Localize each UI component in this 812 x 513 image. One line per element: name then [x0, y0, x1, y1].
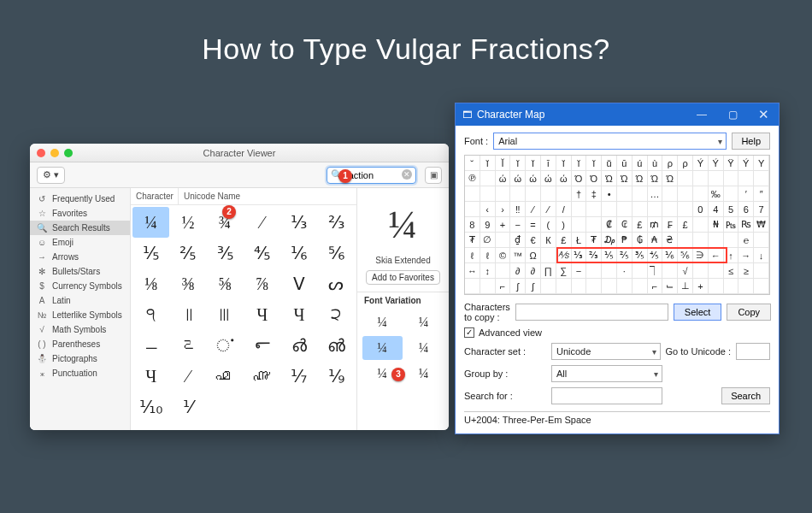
maximize-button[interactable]: ▢	[717, 103, 748, 126]
sidebar-item[interactable]: ↺Frequently Used	[30, 192, 130, 206]
win-char-cell[interactable]	[541, 248, 556, 263]
win-char-cell[interactable]: ℓ	[480, 248, 496, 263]
search-for-input[interactable]	[551, 387, 662, 404]
win-char-cell[interactable]	[648, 202, 663, 217]
win-char-cell[interactable]	[662, 186, 678, 202]
win-char-cell[interactable]: £	[678, 217, 693, 233]
variation-cell[interactable]: ¼	[404, 336, 444, 360]
win-char-cell[interactable]	[541, 186, 556, 202]
char-cell[interactable]: ⅝	[207, 268, 244, 299]
char-cell[interactable]: ⁄	[244, 207, 280, 238]
sidebar-item[interactable]: √Math Symbols	[30, 322, 130, 337]
win-char-cell[interactable]: ‹	[480, 202, 496, 217]
win-char-cell[interactable]: ₮	[465, 233, 480, 248]
win-char-cell[interactable]: ⅗	[633, 248, 648, 263]
win-char-cell[interactable]	[633, 263, 648, 279]
win-char-cell[interactable]	[678, 202, 693, 217]
char-cell[interactable]: ⅒	[132, 392, 169, 422]
win-char-cell[interactable]: ∏	[541, 263, 556, 279]
win-char-cell[interactable]: ∫	[510, 279, 526, 294]
win-char-cell[interactable]	[754, 279, 769, 294]
win-char-cell[interactable]: /	[556, 202, 572, 217]
win-char-cell[interactable]	[724, 186, 739, 202]
char-cell[interactable]	[244, 392, 280, 422]
win-char-cell[interactable]: ώ	[541, 171, 556, 186]
win-character-grid[interactable]: ˘ĭĬĭĭīĭĭĭŭūúùρρÝÝŸÝY℗ώώώώώΌΌΏΏΏΏΏ†‡•…‰′″…	[464, 155, 770, 295]
win-char-cell[interactable]	[465, 186, 480, 202]
win-char-cell[interactable]: =	[526, 217, 541, 233]
char-cell[interactable]: ⅑	[318, 361, 355, 392]
char-cell[interactable]: Ⅴ	[280, 268, 317, 299]
win-char-cell[interactable]: Ł	[572, 233, 587, 248]
win-char-cell[interactable]: ⅖	[617, 248, 633, 263]
char-cell[interactable]: ൶	[207, 361, 244, 392]
win-char-cell[interactable]: ₧	[724, 217, 739, 233]
win-char-cell[interactable]	[693, 217, 709, 233]
win-char-cell[interactable]: 7	[754, 202, 769, 217]
advanced-view-checkbox[interactable]: ✓	[464, 327, 474, 338]
win-char-cell[interactable]: ‼	[510, 202, 526, 217]
win-char-cell[interactable]	[678, 233, 693, 248]
win-char-cell[interactable]: ₲	[633, 233, 648, 248]
char-cell[interactable]: ౽	[169, 330, 206, 361]
win-char-cell[interactable]	[556, 279, 572, 294]
char-cell[interactable]: ⅗	[207, 238, 244, 268]
win-char-cell[interactable]: 6	[738, 202, 754, 217]
win-char-cell[interactable]	[617, 202, 633, 217]
char-cell[interactable]: ⁄	[169, 361, 206, 392]
win-char-cell[interactable]: Ό	[586, 171, 602, 186]
win-char-cell[interactable]: ™	[510, 248, 526, 263]
win-char-cell[interactable]: 0	[693, 202, 709, 217]
win-char-cell[interactable]	[754, 263, 769, 279]
win-char-cell[interactable]	[480, 279, 496, 294]
win-char-cell[interactable]: К	[541, 233, 556, 248]
win-char-cell[interactable]	[586, 279, 602, 294]
win-char-cell[interactable]: ū	[617, 156, 633, 171]
char-cell[interactable]: ¼	[132, 207, 169, 238]
win-char-cell[interactable]	[678, 186, 693, 202]
char-cell[interactable]: ⅚	[318, 238, 355, 268]
win-char-cell[interactable]: ù	[648, 156, 663, 171]
win-char-cell[interactable]	[662, 263, 678, 279]
win-char-cell[interactable]: Ÿ	[724, 156, 739, 171]
win-char-cell[interactable]	[526, 186, 541, 202]
minimize-button[interactable]: —	[686, 103, 717, 126]
win-char-cell[interactable]	[496, 263, 511, 279]
char-cell[interactable]: ⅕	[132, 238, 169, 268]
char-cell[interactable]: ੧	[132, 299, 169, 330]
win-char-cell[interactable]	[541, 279, 556, 294]
win-char-cell[interactable]: ⅓	[572, 248, 587, 263]
char-cell[interactable]: ⅜	[169, 268, 206, 299]
win-char-cell[interactable]	[724, 171, 739, 186]
win-char-cell[interactable]: √	[678, 263, 693, 279]
win-char-cell[interactable]	[602, 279, 617, 294]
win-char-cell[interactable]: ₤	[556, 233, 572, 248]
sidebar-item[interactable]: ⁎Punctuation	[30, 366, 130, 380]
char-cell[interactable]: ⅐	[280, 361, 317, 392]
variation-cell[interactable]: ¼	[362, 310, 403, 334]
sidebar-item[interactable]: ⛄Pictographs	[30, 351, 130, 366]
sidebar-item[interactable]: 🔍Search Results	[30, 221, 130, 235]
win-char-cell[interactable]	[602, 263, 617, 279]
win-char-cell[interactable]	[709, 263, 724, 279]
variation-cell[interactable]: ¼	[404, 362, 444, 386]
win-char-cell[interactable]: ⅔	[586, 248, 602, 263]
win-char-cell[interactable]: +	[693, 279, 709, 294]
collapse-button[interactable]: ▣	[425, 167, 442, 184]
win-char-cell[interactable]: ĭ	[510, 156, 526, 171]
search-button[interactable]: Search	[721, 387, 770, 404]
win-char-cell[interactable]	[693, 186, 709, 202]
clear-icon[interactable]: ✕	[402, 169, 412, 180]
win-char-cell[interactable]	[633, 279, 648, 294]
sidebar-item[interactable]: ✻Bullets/Stars	[30, 264, 130, 279]
win-char-cell[interactable]	[586, 263, 602, 279]
win-char-cell[interactable]: ĭ	[572, 156, 587, 171]
win-char-cell[interactable]: ώ	[510, 171, 526, 186]
win-char-cell[interactable]: ₮	[586, 233, 602, 248]
win-char-cell[interactable]: ώ	[496, 171, 511, 186]
win-char-cell[interactable]: ₴	[662, 233, 678, 248]
win-char-cell[interactable]: ″	[754, 186, 769, 202]
win-char-cell[interactable]: ↓	[754, 248, 769, 263]
win-char-cell[interactable]	[709, 233, 724, 248]
win-char-cell[interactable]: →	[738, 248, 754, 263]
